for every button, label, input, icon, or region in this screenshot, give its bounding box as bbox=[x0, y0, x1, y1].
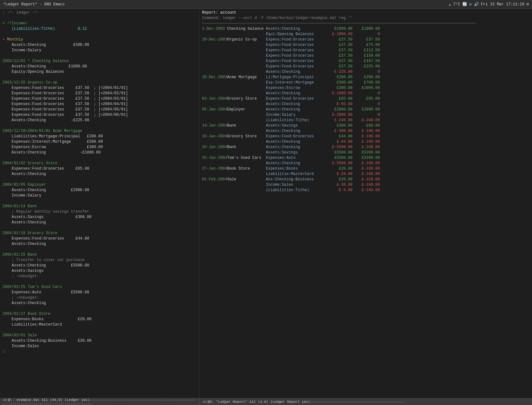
left-line-44 bbox=[3, 247, 197, 252]
left-line-42: Expenses:Food:Groceries £44.00 bbox=[3, 236, 197, 241]
left-line-26: Assets:Checking -£1000.00 bbox=[3, 150, 197, 155]
left-line-45: 2004/01/25 Bank bbox=[3, 252, 197, 258]
left-line-15: Expenses:Food:Groceries £37.50 ; [=2004/… bbox=[3, 91, 197, 96]
right-transactions: 1-Dec-2003 Checking balance Assets:Check… bbox=[202, 26, 529, 193]
left-line-30: Assets:Checking bbox=[3, 171, 197, 177]
left-line-46: ; Transfer to cover car purchase bbox=[3, 258, 197, 263]
transaction-row-27: Liabilitie:MasterCard £-20.00 £-240.00 bbox=[202, 171, 529, 177]
left-line-49: ; :nobudget: bbox=[3, 274, 197, 279]
status-left: -U:@-- example.dat All (64,0) (Ledger ya… bbox=[0, 398, 200, 405]
left-line-59 bbox=[3, 327, 197, 333]
report-separator: ════════════════════════════════════════… bbox=[202, 21, 529, 26]
transaction-row-24: 25-Jan-2004Tom's Used Cars Expenses:Auto… bbox=[202, 155, 529, 161]
left-line-16: Expenses:Food:Groceries £37.50 ; [=2004/… bbox=[3, 96, 197, 102]
status-right: -U:@%- *Ledger Report* All (4,0) (Ledger… bbox=[200, 398, 532, 405]
left-line-0: ; -*- ledger -*- bbox=[3, 10, 197, 16]
transaction-row-2: 20-Dec-2003Organic Co-op Expens:Food:Gro… bbox=[202, 37, 529, 42]
transaction-row-22: 25-Jan-2004Bank Assets:Checking £-5500.0… bbox=[202, 145, 529, 150]
transaction-row-23: Assets:Savings £5500.00 £5260.00 bbox=[202, 150, 529, 155]
left-line-31 bbox=[3, 177, 197, 182]
status-bar: -U:@-- example.dat All (64,0) (Ledger ya… bbox=[0, 398, 532, 405]
left-lines: ; -*- ledger -*- = /^Income/ (Liabilitie… bbox=[3, 10, 197, 354]
transaction-row-0: 1-Dec-2003 Checking balance Assets:Check… bbox=[202, 26, 529, 32]
left-line-12 bbox=[3, 75, 197, 80]
left-line-7: Income:Salary bbox=[3, 48, 197, 53]
left-line-48: Assets:Savings bbox=[3, 268, 197, 274]
left-line-39: Assets:Checking bbox=[3, 220, 197, 225]
left-line-43: Assets:Checking bbox=[3, 241, 197, 247]
transaction-row-29: Income:Sales £-30.00 £-240.00 bbox=[202, 182, 529, 188]
left-line-1 bbox=[3, 16, 197, 21]
left-line-38: Assets:Savings £300.00 bbox=[3, 215, 197, 220]
left-line-8 bbox=[3, 53, 197, 59]
left-line-54: Assets:Checking bbox=[3, 301, 197, 306]
left-line-34: Income:Salary bbox=[3, 193, 197, 198]
left-line-41: 2004/01/19 Grocery Store bbox=[3, 231, 197, 236]
transaction-row-18: 14-Jan-2004Bank Assets:Savings £300.00 £… bbox=[202, 123, 529, 128]
transaction-row-19: Assets:Checking £-300.00 £-240.00 bbox=[202, 128, 529, 134]
left-line-6: Assets:Checking £500.00 bbox=[3, 42, 197, 48]
left-line-53: ; :nobudget: bbox=[3, 295, 197, 301]
left-line-9: 2003/12/01 * Checking balance bbox=[3, 59, 197, 64]
transaction-row-12: Assets:Checking £-1000.00 0 bbox=[202, 91, 529, 96]
main-content: ; -*- ledger -*- = /^Income/ (Liabilitie… bbox=[0, 9, 532, 398]
system-tray: ☁ 7°C 🔄 ✉ 🔊 Fri 15 Mar 17:11:19 ⚙ bbox=[449, 2, 529, 7]
left-line-33: Assets:Checking £2000.00 bbox=[3, 188, 197, 193]
transaction-row-21: Assets:Checking £-44.00 £-240.00 bbox=[202, 139, 529, 145]
left-line-21 bbox=[3, 123, 197, 128]
left-line-14: Expenses:Food:Groceries £37.50 ; [=2004/… bbox=[3, 85, 197, 91]
left-line-51: 2004/01/25 Tom's Used Cars bbox=[3, 284, 197, 290]
transaction-row-25: Assets:Checking £-5500.00 £-240.00 bbox=[202, 161, 529, 166]
left-line-24: Expenses:Interest:Mortgage £500.00 bbox=[3, 139, 197, 145]
left-line-58: Liabilities:MasterCard bbox=[3, 322, 197, 327]
left-line-10: Assets:Checking £1000.00 bbox=[3, 64, 197, 69]
transaction-row-15: 05-Jan-2004Employer Assets:Checking £200… bbox=[202, 107, 529, 112]
left-line-52: Expenses:Auto £5500.00 bbox=[3, 290, 197, 295]
left-line-17: Expenses:Food:Groceries £37.50 ; [=2004/… bbox=[3, 102, 197, 107]
left-line-2: = /^Income/ bbox=[3, 21, 197, 26]
transaction-row-10: Exp:Interest:Mortgage £500.00 £700.00 bbox=[202, 80, 529, 85]
transaction-row-7: Expens:Food:Groceries £37.50 £225.00 bbox=[202, 64, 529, 69]
right-pane[interactable]: Report: account Command: ledger --sort d… bbox=[200, 9, 532, 398]
left-line-37: ; Regular monthly savings transfer bbox=[3, 209, 197, 215]
transaction-row-20: 19-Jan-2004Grocery Store Expens:Food:Gro… bbox=[202, 134, 529, 139]
transaction-row-5: Expens:Food:Groceries £37.50 £150.00 bbox=[202, 53, 529, 59]
transaction-row-28: 01-Feb-2004Sale Ass:Checking:Business £3… bbox=[202, 177, 529, 182]
transaction-row-13: 02-Jan-2004Grocery Store Expens:Food:Gro… bbox=[202, 96, 529, 102]
left-line-40 bbox=[3, 225, 197, 231]
transaction-row-11: Expenses:Escrow £300.00 £1000.00 bbox=[202, 85, 529, 91]
left-line-56: 2004/01/27 Book Store bbox=[3, 311, 197, 317]
transaction-row-14: Assets:Checking £-65.00 0 bbox=[202, 102, 529, 107]
left-line-20: Assets:Checking -£225.00 bbox=[3, 118, 197, 123]
transaction-row-4: Expens:Food:Groceries £37.50 £112.50 bbox=[202, 48, 529, 53]
left-pane[interactable]: ; -*- ledger -*- = /^Income/ (Liabilitie… bbox=[0, 9, 200, 398]
left-line-19: Expenses:Food:Groceries £37.50 ; [=2004/… bbox=[3, 112, 197, 118]
left-line-32: 2004/01/05 Employer bbox=[3, 182, 197, 188]
left-line-5: ~ Monthly bbox=[3, 37, 197, 42]
left-line-28: 2004/01/02 Grocery Store bbox=[3, 161, 197, 166]
report-label: Report: account bbox=[202, 10, 529, 16]
left-line-50 bbox=[3, 279, 197, 284]
left-line-23: Liabilities:Mortgage:Principal £200.00 bbox=[3, 134, 197, 139]
left-line-18: Expenses:Food:Groceries £37.50 ; [=2004/… bbox=[3, 107, 197, 112]
window-title: *Ledger Report* - GNU Emacs bbox=[3, 2, 65, 7]
report-command: Command: ledger --sort d -f /home/borbus… bbox=[202, 16, 529, 21]
transaction-row-3: Expens:Food:Groceries £37.50 £75.00 bbox=[202, 42, 529, 48]
left-line-29: Expenses:Food:Groceries £65.00 bbox=[3, 166, 197, 171]
transaction-row-26: 27-Jan-2004Book Store Expenses:Books £20… bbox=[202, 166, 529, 171]
transaction-row-9: 28-Dec-2003Acme Mortgage Li:Mortgage:Pri… bbox=[202, 75, 529, 80]
transaction-row-6: Expens:Food:Groceries £37.50 £187.50 bbox=[202, 59, 529, 64]
transaction-row-17: (Liabilities:Tithe) £-240.00 £-240.00 bbox=[202, 118, 529, 123]
left-line-4 bbox=[3, 32, 197, 37]
transaction-row-16: Income:Salary £-2000.00 0 bbox=[202, 112, 529, 118]
left-line-25: Expenses:Escrow £300.00 bbox=[3, 145, 197, 150]
title-bar: *Ledger Report* - GNU Emacs ☁ 7°C 🔄 ✉ 🔊 … bbox=[0, 0, 532, 9]
transaction-row-1: Equi:Opening Balances £-1000.00 0 bbox=[202, 32, 529, 37]
left-line-3: (Liabilities:Tithe) 0.12 bbox=[3, 26, 197, 32]
left-line-62: Income:Sales bbox=[3, 344, 197, 349]
left-line-11: Equity:Opening Balances bbox=[3, 69, 197, 75]
left-line-61: Assets:Checking:Business £30.00 bbox=[3, 338, 197, 344]
transaction-row-30: (Liabilities:Tithe) £-3.60 £-243.60 bbox=[202, 188, 529, 193]
left-line-57: Expenses:Books £20.00 bbox=[3, 317, 197, 322]
left-line-47: Assets:Checking £5500.00 bbox=[3, 263, 197, 268]
